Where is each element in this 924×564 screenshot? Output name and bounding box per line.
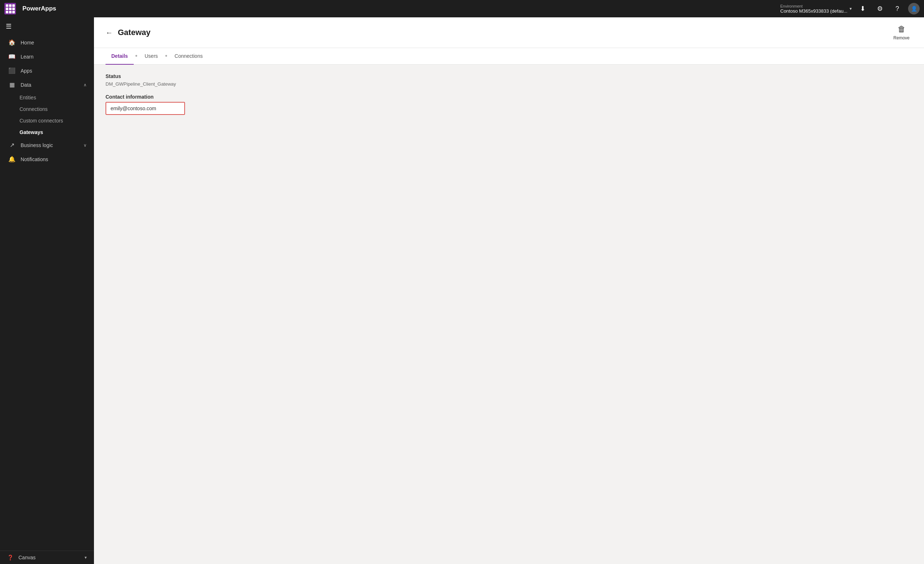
sidebar-canvas-item[interactable]: ❓ Canvas ▾ — [0, 551, 94, 564]
sidebar-canvas-label: Canvas — [18, 555, 35, 560]
waffle-button[interactable] — [4, 3, 16, 15]
sidebar-item-notifications-label: Notifications — [21, 156, 48, 162]
tabs-bar: Details • Users • Connections — [94, 48, 924, 64]
user-avatar[interactable]: 👤 — [908, 3, 920, 15]
sidebar-item-apps[interactable]: ⬛ Apps — [0, 64, 94, 78]
tab-details[interactable]: Details — [105, 48, 134, 64]
business-logic-icon: ↗ — [8, 142, 15, 148]
sidebar: ☰ 🏠 Home 📖 Learn ⬛ Apps ▦ Data ∧ Entitie… — [0, 17, 94, 564]
status-label: Status — [105, 74, 912, 79]
help-button[interactable]: ? — [891, 2, 904, 15]
sidebar-item-custom-connectors[interactable]: Custom connectors — [0, 115, 94, 126]
main-content: ← Gateway 🗑 Remove Details • Users • Con… — [94, 17, 924, 564]
app-logo: PowerApps — [22, 5, 56, 12]
sidebar-item-entities[interactable]: Entities — [0, 92, 94, 104]
sidebar-item-data-label: Data — [21, 82, 32, 88]
sidebar-item-learn-label: Learn — [21, 54, 34, 60]
details-panel: Status DM_GWPipeline_Client_Gateway Cont… — [105, 74, 912, 115]
waffle-icon — [6, 4, 15, 14]
layout: ☰ 🏠 Home 📖 Learn ⬛ Apps ▦ Data ∧ Entitie… — [0, 17, 924, 564]
topbar: PowerApps Environment Contoso M365x93383… — [0, 0, 924, 17]
sidebar-bottom: ❓ Canvas ▾ — [0, 550, 94, 564]
sidebar-item-gateways[interactable]: Gateways — [0, 126, 94, 138]
environment-name: Contoso M365x933833 (defau... — [780, 8, 848, 14]
remove-button[interactable]: 🗑 Remove — [890, 23, 912, 42]
sidebar-item-home[interactable]: 🏠 Home — [0, 35, 94, 50]
tab-connections[interactable]: Connections — [169, 48, 208, 64]
data-icon: ▦ — [8, 81, 15, 88]
tab-dot-1: • — [135, 53, 137, 60]
page-header-left: ← Gateway — [105, 28, 151, 37]
tab-dot-2: • — [165, 53, 167, 60]
status-value: DM_GWPipeline_Client_Gateway — [105, 81, 912, 87]
notifications-icon: 🔔 — [8, 156, 15, 163]
trash-icon: 🗑 — [898, 25, 906, 34]
sidebar-item-notifications[interactable]: 🔔 Notifications — [0, 152, 94, 166]
chevron-down-icon: ▾ — [849, 6, 852, 11]
sidebar-item-connections[interactable]: Connections — [0, 104, 94, 115]
sidebar-item-home-label: Home — [21, 40, 34, 45]
contact-label: Contact information — [105, 94, 912, 100]
page-title: Gateway — [118, 28, 151, 37]
remove-label: Remove — [893, 35, 909, 40]
download-button[interactable]: ⬇ — [856, 2, 869, 15]
learn-icon: 📖 — [8, 53, 15, 60]
business-logic-chevron-icon: ∨ — [84, 143, 87, 148]
sidebar-item-apps-label: Apps — [21, 68, 32, 74]
page-header: ← Gateway 🗑 Remove — [94, 17, 924, 48]
environment-selector[interactable]: Environment Contoso M365x933833 (defau..… — [780, 4, 852, 14]
home-icon: 🏠 — [8, 39, 15, 46]
canvas-chevron-icon: ▾ — [84, 555, 87, 560]
environment-label: Environment — [780, 4, 848, 8]
sidebar-item-data[interactable]: ▦ Data ∧ — [0, 78, 94, 92]
sidebar-item-business-logic[interactable]: ↗ Business logic ∨ — [0, 138, 94, 152]
content-area: Details • Users • Connections Status DM_… — [94, 48, 924, 564]
canvas-icon: ❓ — [7, 555, 14, 560]
back-button[interactable]: ← — [105, 28, 113, 37]
data-chevron-icon: ∧ — [84, 82, 87, 87]
apps-icon: ⬛ — [8, 67, 15, 74]
settings-button[interactable]: ⚙ — [873, 2, 886, 15]
contact-input[interactable] — [105, 102, 185, 115]
sidebar-item-learn[interactable]: 📖 Learn — [0, 50, 94, 64]
hamburger-button[interactable]: ☰ — [0, 17, 94, 35]
sidebar-item-business-logic-label: Business logic — [21, 142, 53, 148]
tab-users[interactable]: Users — [139, 48, 164, 64]
